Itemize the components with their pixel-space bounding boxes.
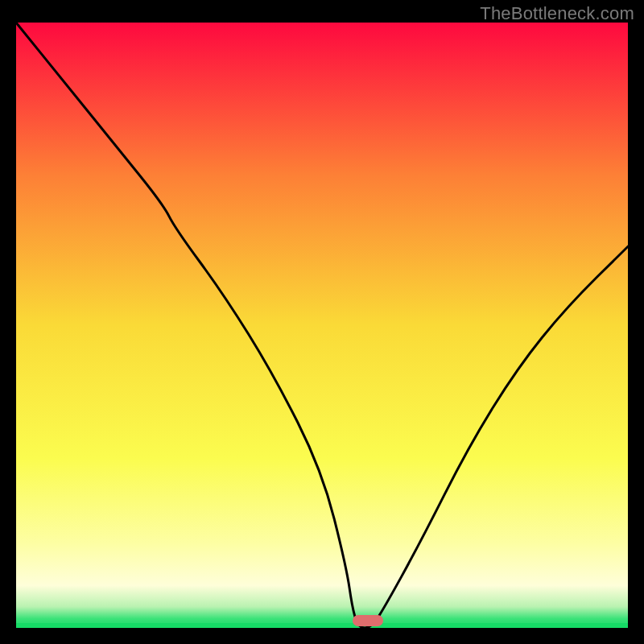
optimum-marker	[353, 615, 383, 626]
plot-area	[16, 23, 628, 628]
gradient-background	[16, 23, 628, 628]
watermark-text: TheBottleneck.com	[480, 3, 634, 24]
chart-svg	[16, 23, 628, 628]
baseline-strip	[16, 623, 628, 628]
chart-frame: TheBottleneck.com	[0, 0, 644, 644]
